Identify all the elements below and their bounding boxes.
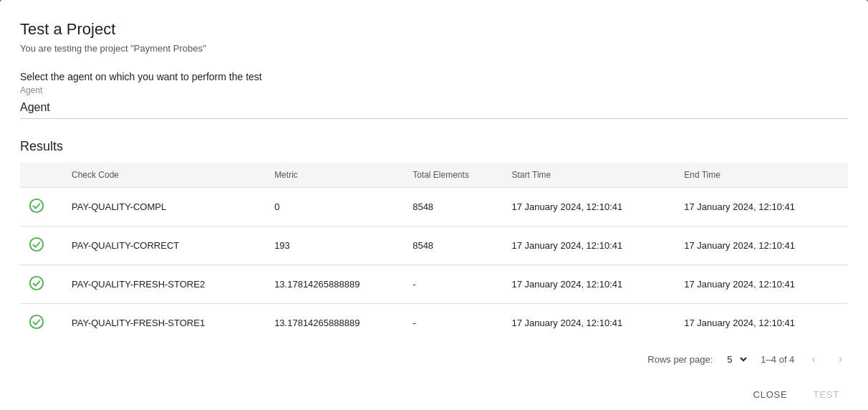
total-elements-cell: 8548: [404, 188, 503, 227]
end-time-cell: 17 January 2024, 12:10:41: [675, 304, 848, 343]
end-time-cell: 17 January 2024, 12:10:41: [675, 227, 848, 265]
total-elements-cell: -: [404, 265, 503, 304]
rows-per-page-label: Rows per page:: [647, 354, 713, 365]
pagination-row: Rows per page: 5 10 25 1–4 of 4 ‹ ›: [20, 342, 848, 373]
close-button[interactable]: CLOSE: [744, 383, 796, 406]
check-code-cell: PAY-QUALITY-FRESH-STORE1: [63, 304, 266, 343]
status-cell: [20, 265, 63, 304]
start-time-cell: 17 January 2024, 12:10:41: [503, 188, 676, 227]
dialog-footer: CLOSE TEST: [0, 373, 868, 410]
prev-page-button[interactable]: ‹: [806, 351, 821, 368]
end-time-cell: 17 January 2024, 12:10:41: [675, 188, 848, 227]
check-code-cell: PAY-QUALITY-COMPL: [63, 188, 266, 227]
col-header-start-time: Start Time: [503, 163, 676, 188]
results-section: Results Check Code Metric Total Elements…: [20, 139, 848, 373]
svg-point-1: [30, 238, 43, 251]
metric-cell: 13.17814265888889: [266, 265, 404, 304]
success-icon: [29, 282, 44, 293]
start-time-cell: 17 January 2024, 12:10:41: [503, 227, 676, 265]
total-elements-cell: 8548: [404, 227, 503, 265]
page-info: 1–4 of 4: [761, 354, 794, 365]
col-header-status: [20, 163, 63, 188]
col-header-end-time: End Time: [675, 163, 848, 188]
svg-point-0: [30, 199, 43, 212]
dialog-content: Test a Project You are testing the proje…: [0, 0, 868, 373]
agent-instruction: Select the agent on which you want to pe…: [20, 71, 848, 82]
dialog-subtitle: You are testing the project "Payment Pro…: [20, 43, 848, 54]
col-header-metric: Metric: [266, 163, 404, 188]
start-time-cell: 17 January 2024, 12:10:41: [503, 304, 676, 343]
status-cell: [20, 304, 63, 343]
dialog-title: Test a Project: [20, 20, 848, 39]
success-icon: [29, 244, 44, 254]
status-cell: [20, 188, 63, 227]
svg-point-2: [30, 277, 43, 290]
rows-per-page-wrapper[interactable]: 5 10 25: [724, 353, 749, 366]
table-row: PAY-QUALITY-CORRECT193854817 January 202…: [20, 227, 848, 265]
next-page-button[interactable]: ›: [833, 351, 848, 368]
metric-cell: 0: [266, 188, 404, 227]
metric-cell: 193: [266, 227, 404, 265]
col-header-check-code: Check Code: [63, 163, 266, 188]
agent-input[interactable]: [20, 97, 848, 119]
test-button[interactable]: TEST: [805, 383, 848, 406]
check-code-cell: PAY-QUALITY-FRESH-STORE2: [63, 265, 266, 304]
col-header-total-elements: Total Elements: [404, 163, 503, 188]
table-row: PAY-QUALITY-FRESH-STORE113.1781426588888…: [20, 304, 848, 343]
agent-field-label: Agent: [20, 85, 848, 95]
status-cell: [20, 227, 63, 265]
svg-point-3: [30, 315, 43, 328]
rows-per-page-select[interactable]: 5 10 25: [724, 353, 749, 366]
metric-cell: 13.17814265888889: [266, 304, 404, 343]
total-elements-cell: -: [404, 304, 503, 343]
table-row: PAY-QUALITY-FRESH-STORE213.1781426588888…: [20, 265, 848, 304]
test-project-dialog: Test a Project You are testing the proje…: [0, 0, 868, 410]
success-icon: [29, 205, 44, 216]
results-table: Check Code Metric Total Elements Start T…: [20, 163, 848, 342]
table-header-row: Check Code Metric Total Elements Start T…: [20, 163, 848, 188]
table-row: PAY-QUALITY-COMPL0854817 January 2024, 1…: [20, 188, 848, 227]
end-time-cell: 17 January 2024, 12:10:41: [675, 265, 848, 304]
start-time-cell: 17 January 2024, 12:10:41: [503, 265, 676, 304]
success-icon: [29, 321, 44, 332]
results-title: Results: [20, 139, 848, 154]
check-code-cell: PAY-QUALITY-CORRECT: [63, 227, 266, 265]
agent-section: Select the agent on which you want to pe…: [20, 71, 848, 133]
